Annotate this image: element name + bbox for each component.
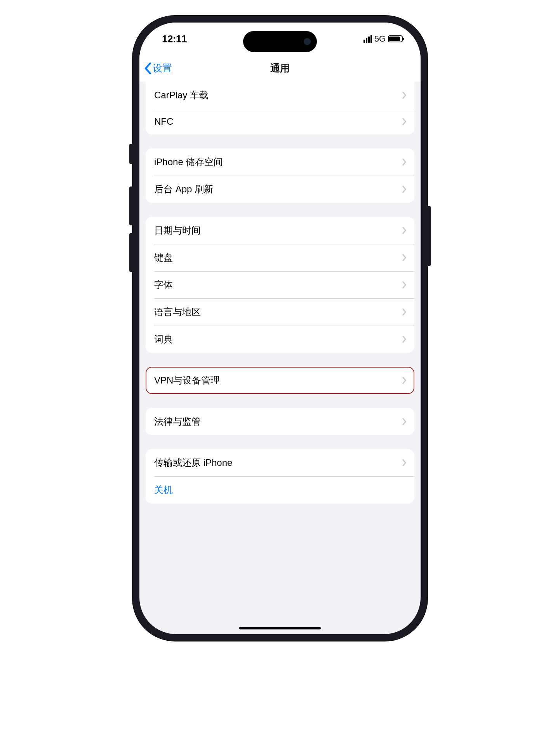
nav-bar: 设置 通用 bbox=[139, 55, 421, 82]
settings-row[interactable]: 法律与监管 bbox=[146, 408, 414, 435]
settings-row[interactable]: 键盘 bbox=[146, 244, 414, 271]
settings-row[interactable]: NFC bbox=[146, 109, 414, 134]
chevron-right-icon bbox=[402, 308, 407, 316]
settings-row[interactable]: 后台 App 刷新 bbox=[146, 176, 414, 203]
row-label: 日期与时间 bbox=[154, 224, 201, 237]
signal-icon bbox=[363, 35, 372, 43]
settings-group: iPhone 储存空间后台 App 刷新 bbox=[146, 148, 414, 203]
chevron-right-icon bbox=[402, 158, 407, 166]
row-label: 字体 bbox=[154, 279, 173, 291]
screen: 12:11 5G 设置 通用 CarPlay 车载NFCiPhone 储存空间后… bbox=[139, 23, 421, 634]
settings-row[interactable]: 词典 bbox=[146, 326, 414, 353]
status-time: 12:11 bbox=[162, 33, 187, 45]
row-label: 语言与地区 bbox=[154, 306, 201, 318]
row-label: NFC bbox=[154, 116, 173, 127]
row-label: VPN与设备管理 bbox=[154, 374, 220, 387]
settings-group: 日期与时间键盘字体语言与地区词典 bbox=[146, 217, 414, 353]
phone-frame: 12:11 5G 设置 通用 CarPlay 车载NFCiPhone 储存空间后… bbox=[132, 16, 428, 641]
chevron-right-icon bbox=[402, 118, 407, 125]
settings-row[interactable]: 传输或还原 iPhone bbox=[146, 449, 414, 476]
settings-row[interactable]: VPN与设备管理 bbox=[146, 367, 414, 394]
settings-row[interactable]: iPhone 储存空间 bbox=[146, 148, 414, 176]
row-label: CarPlay 车载 bbox=[154, 89, 209, 101]
chevron-right-icon bbox=[402, 227, 407, 234]
chevron-right-icon bbox=[402, 335, 407, 343]
row-label: 词典 bbox=[154, 333, 173, 345]
battery-icon bbox=[388, 35, 403, 42]
row-label: 关机 bbox=[154, 484, 173, 496]
chevron-right-icon bbox=[402, 418, 407, 425]
settings-row[interactable]: 字体 bbox=[146, 271, 414, 298]
back-label: 设置 bbox=[153, 62, 172, 75]
row-label: 键盘 bbox=[154, 251, 173, 264]
home-indicator[interactable] bbox=[239, 627, 321, 629]
chevron-right-icon bbox=[402, 185, 407, 193]
page-title: 通用 bbox=[270, 62, 290, 75]
settings-row[interactable]: 日期与时间 bbox=[146, 217, 414, 244]
dynamic-island bbox=[243, 31, 317, 52]
back-button[interactable]: 设置 bbox=[144, 62, 172, 75]
chevron-left-icon bbox=[144, 62, 152, 75]
settings-content[interactable]: CarPlay 车载NFCiPhone 储存空间后台 App 刷新日期与时间键盘… bbox=[139, 82, 421, 626]
settings-row[interactable]: CarPlay 车载 bbox=[146, 82, 414, 109]
chevron-right-icon bbox=[402, 91, 407, 99]
settings-row[interactable]: 关机 bbox=[146, 476, 414, 504]
row-label: 后台 App 刷新 bbox=[154, 183, 213, 195]
settings-group: VPN与设备管理 bbox=[146, 367, 414, 394]
chevron-right-icon bbox=[402, 254, 407, 261]
network-label: 5G bbox=[374, 34, 386, 44]
settings-group: 传输或还原 iPhone关机 bbox=[146, 449, 414, 504]
row-label: 传输或还原 iPhone bbox=[154, 457, 232, 469]
settings-group: 法律与监管 bbox=[146, 408, 414, 435]
chevron-right-icon bbox=[402, 376, 407, 384]
settings-row[interactable]: 语言与地区 bbox=[146, 298, 414, 326]
chevron-right-icon bbox=[402, 459, 407, 467]
row-label: 法律与监管 bbox=[154, 415, 201, 428]
row-label: iPhone 储存空间 bbox=[154, 156, 223, 168]
settings-group: CarPlay 车载NFC bbox=[146, 82, 414, 134]
chevron-right-icon bbox=[402, 281, 407, 289]
